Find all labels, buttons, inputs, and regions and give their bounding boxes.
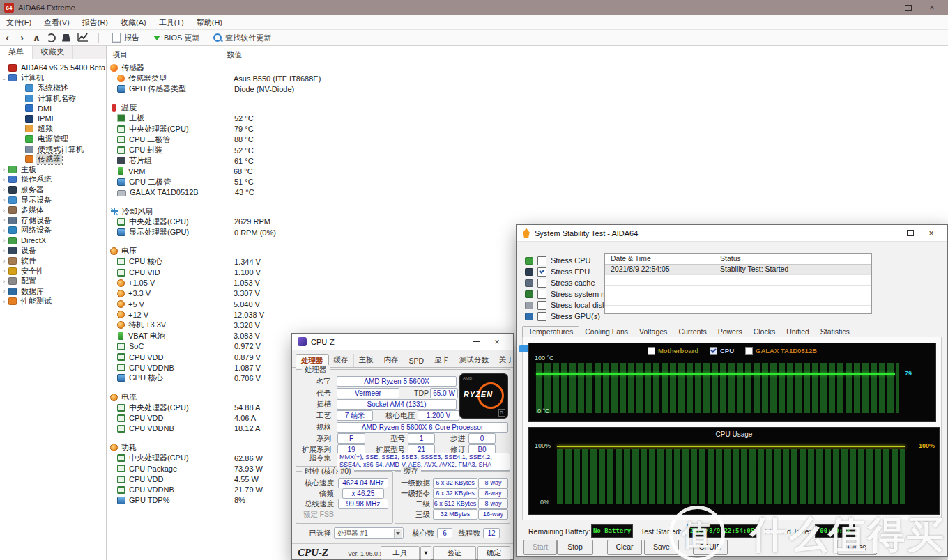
cpuz-tab-3[interactable]: 内存 — [379, 354, 404, 367]
report-button[interactable]: 报告 — [105, 30, 146, 45]
checkbox-icon[interactable] — [537, 290, 546, 299]
legend-checkbox-icon[interactable] — [745, 347, 753, 355]
tree-item[interactable]: 便携式计算机 — [0, 144, 106, 155]
tree-expander-icon[interactable]: › — [0, 267, 8, 274]
tree-item[interactable]: ›显示设备 — [0, 195, 106, 205]
tree-expander-icon[interactable]: › — [0, 176, 8, 183]
sidebar-tab-0[interactable]: 菜单 — [0, 46, 33, 59]
sst-tab-3[interactable]: Currents — [673, 327, 712, 337]
sst-tab-5[interactable]: Clocks — [748, 327, 781, 337]
checkbox-icon[interactable] — [537, 267, 546, 277]
tree-expander-icon[interactable]: › — [0, 186, 8, 193]
sst-minimize-icon[interactable] — [879, 225, 900, 241]
tree-item[interactable]: ›服务器 — [0, 185, 106, 195]
tree-expander-icon[interactable]: › — [0, 166, 8, 173]
checkbox-icon[interactable] — [537, 279, 546, 288]
maximize-icon[interactable] — [896, 0, 920, 15]
menu-item-1[interactable]: 查看(V) — [38, 17, 76, 28]
sst-maximize-icon[interactable] — [900, 225, 921, 241]
tree-item[interactable]: ›主板 — [0, 164, 106, 175]
back-icon[interactable]: ‹ — [0, 31, 15, 45]
save-button[interactable]: Save — [644, 540, 679, 555]
processor-select[interactable]: 处理器 #1 — [334, 527, 404, 539]
forward-icon[interactable]: › — [15, 31, 29, 45]
tree-expander-icon[interactable]: › — [0, 217, 8, 224]
sst-tab-4[interactable]: Powers — [712, 327, 748, 337]
tree-item[interactable]: 计算机名称 — [0, 93, 106, 104]
refresh-icon[interactable] — [44, 33, 59, 42]
clear-button[interactable]: Clear — [607, 540, 642, 555]
cpuz-tab-4[interactable]: SPD — [404, 355, 430, 367]
legend-checkbox-icon[interactable] — [648, 347, 655, 355]
tree-item[interactable]: ›多媒体 — [0, 205, 106, 215]
tree-item[interactable]: ›数据库 — [0, 286, 106, 297]
sidebar-tab-1[interactable]: 收藏夹 — [33, 46, 73, 59]
tree-expander-icon[interactable]: ⌄ — [0, 75, 8, 81]
sst-tab-7[interactable]: Statistics — [815, 327, 855, 337]
close-button[interactable]: Close — [837, 540, 877, 555]
legend-item-2[interactable]: GALAX TA1D0512B — [745, 347, 817, 355]
bios-update-button[interactable]: BIOS 更新 — [146, 30, 206, 45]
cpuz-minimize-icon[interactable] — [466, 334, 487, 350]
cpuz-tab-5[interactable]: 显卡 — [429, 354, 454, 367]
tree-item[interactable]: ›配置 — [0, 276, 106, 286]
tree-item[interactable]: ›软件 — [0, 256, 106, 266]
legend-checkbox-icon[interactable] — [710, 347, 717, 355]
checkbox-icon[interactable] — [537, 312, 546, 321]
checkbox-icon[interactable] — [537, 301, 546, 310]
menu-item-3[interactable]: 收藏(A) — [114, 17, 153, 28]
up-icon[interactable]: ∧ — [29, 31, 44, 45]
tree-expander-icon[interactable]: › — [0, 207, 8, 214]
tree-item[interactable]: ›设备 — [0, 246, 106, 256]
minimize-icon[interactable] — [873, 0, 896, 15]
sst-tab-6[interactable]: Unified — [781, 327, 815, 337]
tools-button[interactable]: 工具 — [381, 546, 420, 560]
menu-item-2[interactable]: 报告(R) — [76, 17, 114, 28]
tree-item[interactable]: AIDA64 v6.25.5400 Beta — [0, 63, 106, 73]
tree-item[interactable]: ›存储设备 — [0, 215, 106, 226]
stop-button[interactable]: Stop — [557, 540, 593, 555]
legend-item-1[interactable]: CPU — [710, 347, 734, 355]
tree-item[interactable]: 超频 — [0, 124, 106, 134]
tree-item[interactable]: ›操作系统 — [0, 175, 106, 185]
stress-option-2[interactable]: Stress cache — [525, 278, 595, 288]
sst-tab-1[interactable]: Cooling Fans — [579, 327, 634, 337]
tree-item[interactable]: DMI — [0, 103, 106, 114]
find-update-button[interactable]: 查找软件更新 — [206, 30, 278, 45]
cpuz-tab-2[interactable]: 主板 — [354, 354, 379, 367]
ok-button[interactable]: 确定 — [477, 546, 510, 560]
cpuz-close-icon[interactable]: × — [487, 334, 507, 350]
cpuz-tab-6[interactable]: 测试分数 — [454, 354, 494, 367]
stress-option-0[interactable]: Stress CPU — [525, 256, 590, 265]
checkbox-icon[interactable] — [537, 256, 546, 265]
tree-item[interactable]: ⌄计算机 — [0, 73, 106, 84]
tree-expander-icon[interactable]: › — [0, 247, 8, 254]
stress-option-5[interactable]: Stress GPU(s) — [525, 311, 600, 321]
tree-item[interactable]: ›网络设备 — [0, 226, 106, 236]
tree-expander-icon[interactable]: › — [0, 298, 8, 305]
sst-close-icon[interactable]: × — [921, 225, 942, 241]
tree-expander-icon[interactable]: › — [0, 288, 8, 295]
tree-item[interactable]: IPMI — [0, 114, 106, 124]
tree-item[interactable]: ›DirectX — [0, 235, 106, 246]
menu-item-5[interactable]: 帮助(H) — [190, 17, 229, 28]
tools-dropdown-button[interactable]: ▾ — [420, 546, 431, 560]
tree-item[interactable]: ›性能测试 — [0, 297, 106, 307]
tree-item[interactable]: 电源管理 — [0, 134, 106, 144]
close-icon[interactable]: × — [920, 0, 944, 15]
stress-option-1[interactable]: Stress FPU — [525, 267, 590, 277]
tree-expander-icon[interactable]: › — [0, 196, 8, 203]
tree-expander-icon[interactable]: › — [0, 258, 8, 265]
tree-expander-icon[interactable]: › — [0, 237, 8, 244]
cpuid-button[interactable]: CPUID — [693, 540, 728, 555]
panel-icon[interactable] — [62, 34, 70, 42]
tree-item[interactable]: ›安全性 — [0, 266, 106, 277]
legend-item-0[interactable]: Motherboard — [648, 347, 698, 355]
tree-expander-icon[interactable]: › — [0, 227, 8, 234]
validate-button[interactable]: 验证 — [433, 546, 476, 560]
tree-item[interactable]: 传感器 — [0, 154, 106, 164]
tree-item[interactable]: 系统概述 — [0, 83, 106, 93]
menu-item-0[interactable]: 文件(F) — [0, 17, 38, 28]
sst-tab-0[interactable]: Temperatures — [522, 326, 579, 338]
menu-item-4[interactable]: 工具(T) — [153, 17, 190, 28]
